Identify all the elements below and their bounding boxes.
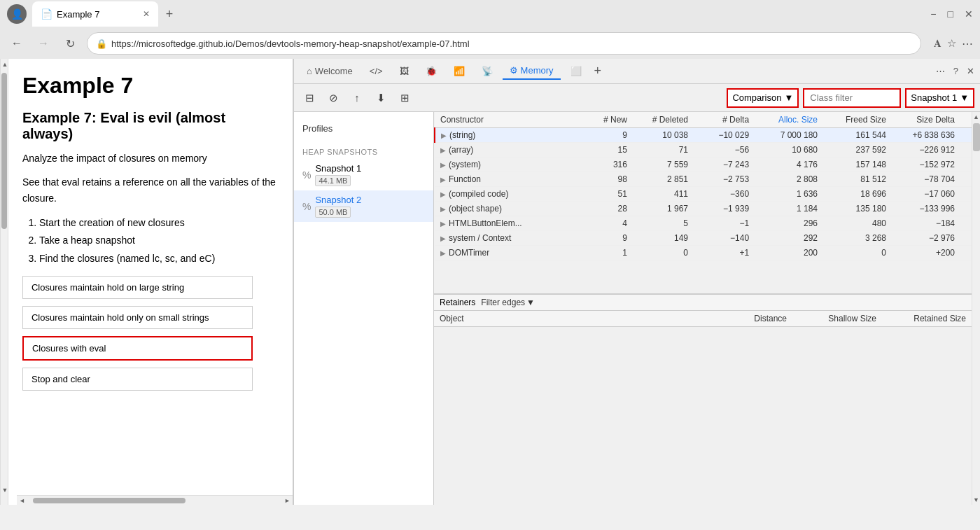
btn-closures-eval[interactable]: Closures with eval bbox=[22, 336, 253, 361]
expand-arrow-icon[interactable]: ▶ bbox=[440, 205, 446, 213]
snapshot1-name: Snapshot 1 bbox=[315, 163, 425, 174]
ret-col-distance[interactable]: Distance bbox=[703, 311, 792, 327]
constructor-name: DOMTimer bbox=[449, 248, 489, 258]
expand-arrow-icon[interactable]: ▶ bbox=[440, 190, 446, 198]
tab-close-icon[interactable]: ✕ bbox=[143, 9, 150, 19]
table-row[interactable]: ▶(system)3167 559−7 2434 176157 148−152 … bbox=[435, 158, 972, 172]
expand-arrow-icon[interactable]: ▶ bbox=[440, 249, 446, 257]
url-text[interactable]: https://microsoftedge.github.io/Demos/de… bbox=[111, 39, 912, 49]
table-row[interactable]: ▶(array)1571−5610 680237 592−226 912 bbox=[435, 143, 972, 158]
list-item: Start the creation of new closures bbox=[39, 214, 279, 232]
btn-stop-clear[interactable]: Stop and clear bbox=[22, 368, 253, 391]
ret-col-object[interactable]: Object bbox=[434, 311, 703, 327]
btn-large-string[interactable]: Closures maintain hold on large string bbox=[22, 276, 253, 299]
cell-alloc_size: 1 636 bbox=[755, 187, 823, 202]
col-deleted[interactable]: # Deleted bbox=[633, 112, 694, 128]
col-freed-size[interactable]: Freed Size bbox=[823, 112, 892, 128]
tab-network[interactable]: 📶 bbox=[447, 63, 472, 79]
tab-memory[interactable]: ⚙ Memory bbox=[503, 62, 561, 80]
tab-welcome[interactable]: ⌂ Welcome bbox=[300, 63, 360, 79]
scroll-down-arrow[interactable]: ▼ bbox=[973, 495, 979, 505]
scroll-up-arrow[interactable]: ▲ bbox=[973, 112, 979, 122]
cell-size_delta: +200 bbox=[892, 246, 960, 260]
tab-panel[interactable]: ⬜ bbox=[564, 63, 589, 79]
class-filter-input[interactable] bbox=[803, 88, 901, 108]
snapshot-file-icon-2: % bbox=[302, 201, 311, 212]
devtools-more-icon[interactable]: ⋯ bbox=[936, 66, 945, 76]
cell-freed_size: 480 bbox=[823, 216, 892, 231]
browser-tab[interactable]: 📄 Example 7 ✕ bbox=[32, 1, 158, 27]
hscroll-left-arrow[interactable]: ◄ bbox=[17, 497, 27, 504]
expand-arrow-icon[interactable]: ▶ bbox=[440, 235, 446, 242]
cell-delta: −10 029 bbox=[694, 128, 755, 143]
table-row[interactable]: ▶Function982 851−2 7532 80881 512−78 704 bbox=[435, 172, 972, 187]
col-alloc-size[interactable]: Alloc. Size bbox=[755, 112, 823, 128]
back-button[interactable]: ← bbox=[7, 34, 27, 53]
steps-list: Start the creation of new closures Take … bbox=[39, 214, 279, 267]
tab-new-button[interactable]: + bbox=[594, 64, 602, 78]
page-scrollbar[interactable]: ▲ ▼ bbox=[0, 59, 8, 505]
btn-small-strings[interactable]: Closures maintain hold only on small str… bbox=[22, 306, 253, 329]
table-row[interactable]: ▶HTMLButtonElem...45−1296480−184 bbox=[435, 216, 972, 231]
snapshot-selector[interactable]: Snapshot 1 ▼ bbox=[905, 88, 974, 108]
toolbar-icon-down[interactable]: ⬇ bbox=[371, 88, 391, 108]
expand-arrow-icon[interactable]: ▶ bbox=[441, 132, 447, 139]
tab-performance[interactable]: 📡 bbox=[475, 63, 500, 79]
table-row[interactable]: ▶(string)910 038−10 0297 000 180161 544+… bbox=[435, 128, 972, 143]
toolbar-icon-graph[interactable]: ⊞ bbox=[395, 88, 414, 108]
close-window-button[interactable]: ✕ bbox=[965, 8, 973, 20]
col-size-delta[interactable]: Size Delta bbox=[892, 112, 960, 128]
expand-arrow-icon[interactable]: ▶ bbox=[440, 176, 446, 183]
expand-arrow-icon[interactable]: ▶ bbox=[440, 220, 446, 228]
table-row[interactable]: ▶(object shape)281 967−1 9391 184135 180… bbox=[435, 202, 972, 216]
toolbar-icon-panel[interactable]: ⊟ bbox=[300, 88, 319, 108]
cell-freed_size: 157 148 bbox=[823, 158, 892, 172]
tab-sources[interactable]: </> bbox=[363, 63, 390, 79]
ret-col-retained[interactable]: Retained Size bbox=[882, 311, 972, 327]
cell-deleted: 5 bbox=[633, 216, 694, 231]
more-tools-icon[interactable]: ⋯ bbox=[962, 37, 973, 50]
page-subtitle: Example 7: Eval is evil (almost always) bbox=[22, 110, 279, 142]
read-mode-icon[interactable]: 𝐀 bbox=[934, 37, 941, 50]
cell-delta: +1 bbox=[694, 246, 755, 260]
cell-delta: −140 bbox=[694, 231, 755, 246]
col-constructor[interactable]: Constructor bbox=[435, 112, 587, 128]
comparison-dropdown[interactable]: Comparison ▼ bbox=[727, 88, 799, 108]
scroll-thumb[interactable] bbox=[973, 123, 980, 151]
expand-arrow-icon[interactable]: ▶ bbox=[440, 146, 446, 154]
cell-deleted: 149 bbox=[633, 231, 694, 246]
cell-size_delta: +6 838 636 bbox=[892, 128, 960, 143]
cell-deleted: 411 bbox=[633, 187, 694, 202]
new-tab-button[interactable]: + bbox=[158, 1, 181, 27]
tab-icon: 📄 bbox=[41, 8, 52, 20]
constructor-name: Function bbox=[449, 174, 481, 184]
cell-new: 9 bbox=[587, 231, 633, 246]
snapshot-file-icon: % bbox=[302, 169, 311, 181]
minimize-button[interactable]: − bbox=[930, 8, 936, 20]
col-delta[interactable]: # Delta bbox=[694, 112, 755, 128]
toolbar-icon-inspector[interactable]: ⊘ bbox=[323, 88, 343, 108]
table-row[interactable]: ▶DOMTimer10+12000+200 bbox=[435, 246, 972, 260]
filter-edges-button[interactable]: Filter edges ▼ bbox=[481, 298, 535, 307]
snapshot-arrow-icon: ▼ bbox=[960, 92, 969, 103]
heap-snapshots-section: HEAP SNAPSHOTS bbox=[294, 145, 433, 159]
hscroll-right-arrow[interactable]: ► bbox=[282, 497, 293, 504]
expand-arrow-icon[interactable]: ▶ bbox=[440, 161, 446, 169]
devtools-help-icon[interactable]: ? bbox=[953, 66, 958, 76]
forward-button[interactable]: → bbox=[34, 34, 53, 53]
snapshot2-item[interactable]: % Snapshot 2 50.0 MB bbox=[294, 190, 433, 222]
toolbar-icon-up[interactable]: ↑ bbox=[347, 88, 367, 108]
ret-col-shallow[interactable]: Shallow Size bbox=[792, 311, 882, 327]
snapshot1-item[interactable]: % Snapshot 1 44.1 MB bbox=[294, 159, 433, 190]
tab-debugger[interactable]: 🐞 bbox=[419, 63, 444, 79]
maximize-button[interactable]: □ bbox=[948, 8, 953, 20]
tab-elements[interactable]: 🖼 bbox=[393, 63, 416, 79]
refresh-button[interactable]: ↻ bbox=[60, 34, 80, 53]
table-scrollbar[interactable]: ▲ ▼ bbox=[972, 112, 980, 505]
table-row[interactable]: ▶system / Context9149−1402923 268−2 976 bbox=[435, 231, 972, 246]
devtools-close-icon[interactable]: ✕ bbox=[967, 66, 974, 76]
favorites-icon[interactable]: ☆ bbox=[947, 37, 956, 50]
col-new[interactable]: # New bbox=[587, 112, 633, 128]
cell-size_delta: −184 bbox=[892, 216, 960, 231]
table-row[interactable]: ▶(compiled code)51411−3601 63618 696−17 … bbox=[435, 187, 972, 202]
